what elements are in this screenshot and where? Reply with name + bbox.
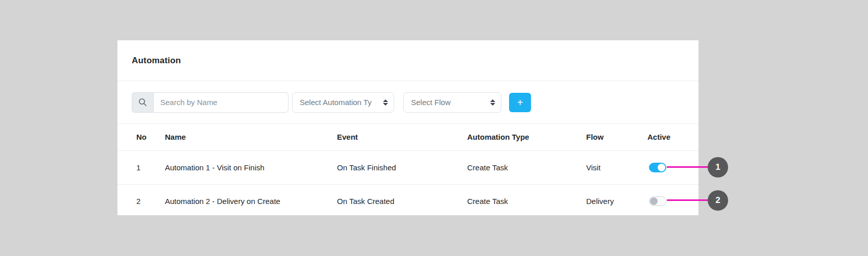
add-automation-button[interactable]: +	[509, 93, 531, 112]
search-group	[132, 92, 288, 113]
search-input[interactable]	[153, 92, 288, 113]
plus-icon: +	[517, 97, 523, 108]
row-name: Automation 1 - Visit on Finish	[165, 150, 337, 184]
row-flow: Visit	[586, 150, 647, 184]
row-flow: Delivery	[586, 184, 647, 215]
card-header: Automation	[117, 40, 698, 81]
annotation-badge-label: 1	[715, 162, 720, 172]
annotation-line-1	[667, 166, 709, 168]
page-background: Automation Select Automation Ty	[0, 0, 868, 256]
search-icon	[138, 98, 147, 107]
automation-type-select[interactable]: Select Automation Ty	[292, 92, 394, 113]
table-row: 2 Automation 2 - Delivery on Create On T…	[117, 184, 698, 215]
flow-select-wrap: Select Flow	[403, 92, 501, 113]
row-no: 2	[117, 184, 165, 215]
row-automation-type: Create Task	[467, 184, 586, 215]
automation-table: No Name Event Automation Type Flow Activ…	[117, 124, 698, 215]
annotation-badge-label: 2	[715, 195, 720, 206]
page-title: Automation	[132, 56, 181, 66]
table-row: 1 Automation 1 - Visit on Finish On Task…	[117, 150, 698, 184]
flow-select[interactable]: Select Flow	[403, 92, 501, 113]
automation-type-select-wrap: Select Automation Ty	[292, 92, 394, 113]
table-header-row: No Name Event Automation Type Flow Activ…	[117, 124, 698, 150]
column-header-automation-type: Automation Type	[467, 124, 586, 150]
row-no: 1	[117, 150, 165, 184]
toggle-knob	[658, 164, 665, 171]
annotation-badge-1: 1	[708, 157, 728, 177]
row-event: On Task Created	[337, 184, 467, 215]
annotation-badge-2: 2	[708, 190, 728, 211]
column-header-active: Active	[647, 124, 698, 150]
row-1-active-toggle[interactable]	[649, 163, 666, 172]
column-header-no: No	[117, 124, 165, 150]
toolbar: Select Automation Ty Select Flow +	[117, 81, 698, 124]
automation-card: Automation Select Automation Ty	[117, 40, 698, 215]
row-automation-type: Create Task	[467, 150, 586, 184]
row-2-active-toggle[interactable]	[649, 196, 666, 206]
toggle-knob	[650, 197, 658, 205]
annotation-line-2	[667, 199, 709, 201]
row-event: On Task Finished	[337, 150, 467, 184]
column-header-name: Name	[165, 124, 337, 150]
search-icon-box	[132, 92, 153, 113]
column-header-flow: Flow	[586, 124, 647, 150]
row-name: Automation 2 - Delivery on Create	[165, 184, 337, 215]
column-header-event: Event	[337, 124, 467, 150]
